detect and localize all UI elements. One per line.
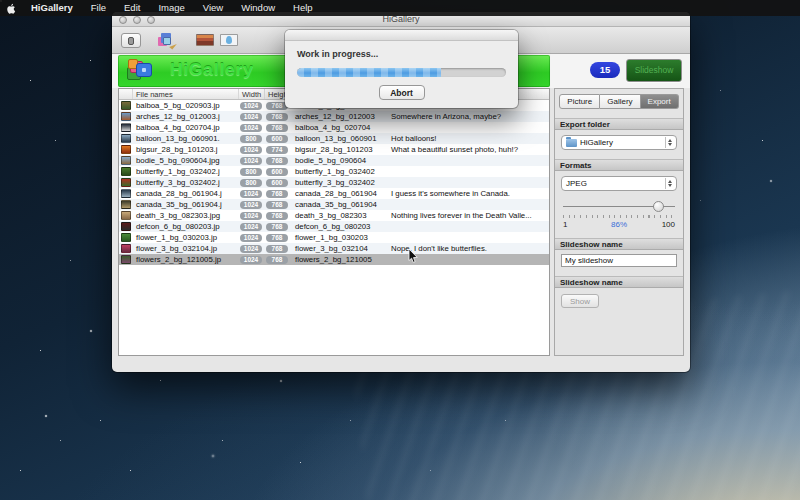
header-file-names[interactable]: File names — [133, 89, 239, 99]
row-height-badge: 600 — [266, 168, 288, 176]
table-row[interactable]: canada_28_bg_061904.j1024768canada_28_bg… — [119, 188, 549, 199]
row-base-name: flowers_2_bg_121005 — [292, 255, 387, 264]
header-width[interactable]: Width — [239, 89, 265, 99]
row-base-name: balboa_4_bg_020704 — [292, 123, 387, 132]
row-height-badge: 600 — [266, 135, 288, 143]
row-width-badge: 1024 — [240, 190, 262, 198]
row-comment: I guess it's somewhere in Canada. — [387, 189, 549, 198]
menu-help[interactable]: Help — [284, 0, 322, 16]
row-base-name: death_3_bg_082303 — [292, 211, 387, 220]
sunset-thumbnail-icon[interactable] — [196, 34, 214, 46]
export-folder-select[interactable]: HiGallery — [561, 135, 677, 150]
row-file-name: bigsur_28_bg_101203.j — [133, 145, 239, 154]
row-file-name: balloon_13_bg_060901. — [133, 134, 239, 143]
table-row[interactable]: defcon_6_bg_080203.jp1024768defcon_6_bg_… — [119, 221, 549, 232]
menu-items: HiGalleryFileEditImageViewWindowHelp — [22, 0, 322, 16]
dialog-titlebar[interactable] — [285, 30, 518, 41]
edit-gallery-icon[interactable] — [158, 33, 173, 47]
progress-dialog: Work in progress... Abort — [285, 30, 518, 108]
zoom-button[interactable] — [147, 16, 155, 24]
row-width-badge: 1024 — [240, 146, 262, 154]
row-height-badge: 768 — [266, 234, 288, 242]
row-height-badge: 768 — [266, 124, 288, 132]
menu-edit[interactable]: Edit — [115, 0, 149, 16]
row-base-name: bodie_5_bg_090604 — [292, 156, 387, 165]
stepper-icon — [665, 137, 674, 148]
header-thumbnail[interactable] — [119, 89, 133, 99]
app-name: HiGallery — [170, 60, 254, 80]
show-button[interactable]: Show — [561, 294, 599, 308]
drop-thumbnail-icon[interactable] — [220, 34, 238, 46]
quality-slider-thumb[interactable] — [653, 201, 664, 212]
panel-tabs: PictureGalleryExport — [555, 94, 683, 109]
row-width-badge: 800 — [240, 179, 262, 187]
slider-max-label: 100 — [638, 220, 675, 229]
row-width-badge: 1024 — [240, 124, 262, 132]
table-row[interactable]: canada_35_bg_061904.j1024768canada_35_bg… — [119, 199, 549, 210]
abort-button[interactable]: Abort — [379, 85, 425, 100]
menu-file[interactable]: File — [82, 0, 115, 16]
table-row[interactable]: flower_1_bg_030203.jp1024768flower_1_bg_… — [119, 232, 549, 243]
row-thumbnail — [121, 200, 131, 209]
table-row[interactable]: bigsur_28_bg_101203.j1024774bigsur_28_bg… — [119, 144, 549, 155]
row-comment: What a beautiful sunset photo, huh!? — [387, 145, 549, 154]
slideshow-name-input[interactable] — [561, 254, 677, 267]
tab-gallery[interactable]: Gallery — [600, 94, 640, 109]
table-row[interactable]: balboa_4_bg_020704.jp1024768balboa_4_bg_… — [119, 122, 549, 133]
close-button[interactable] — [119, 16, 127, 24]
row-thumbnail — [121, 189, 131, 198]
row-width-badge: 1024 — [240, 245, 262, 253]
table-row[interactable]: butterfly_3_bg_032402.j800600butterfly_3… — [119, 177, 549, 188]
row-height-badge: 774 — [266, 146, 288, 154]
row-thumbnail — [121, 244, 131, 253]
row-comment: Hot balloons! — [387, 134, 549, 143]
slideshow-name-header: Slideshow name — [555, 238, 683, 250]
table-row[interactable]: bodie_5_bg_090604.jpg1024768bodie_5_bg_0… — [119, 155, 549, 166]
row-file-name: canada_35_bg_061904.j — [133, 200, 239, 209]
row-width-badge: 1024 — [240, 201, 262, 209]
row-file-name: flowers_2_bg_121005.jp — [133, 255, 239, 264]
panel-icon — [128, 37, 134, 45]
table-row[interactable]: butterfly_1_bg_032402.j800600butterfly_1… — [119, 166, 549, 177]
row-comment: Somewhere in Arizona, maybe? — [387, 112, 549, 121]
slider-ticks — [563, 215, 675, 218]
row-thumbnail — [121, 222, 131, 231]
export-folder-value: HiGallery — [580, 138, 665, 147]
menu-bar: HiGalleryFileEditImageViewWindowHelp — [0, 0, 800, 16]
row-thumbnail — [121, 101, 131, 110]
row-base-name: canada_35_bg_061904 — [292, 200, 387, 209]
menu-image[interactable]: Image — [149, 0, 193, 16]
panel-toggle-button[interactable] — [121, 33, 141, 48]
row-base-name: butterfly_1_bg_032402 — [292, 167, 387, 176]
row-file-name: defcon_6_bg_080203.jp — [133, 222, 239, 231]
format-select[interactable]: JPEG — [561, 176, 677, 191]
row-width-badge: 800 — [240, 135, 262, 143]
format-value: JPEG — [566, 179, 665, 188]
row-thumbnail — [121, 134, 131, 143]
quality-slider[interactable] — [563, 201, 675, 213]
export-panel: PictureGalleryExport Export folder HiGal… — [554, 88, 684, 356]
menu-view[interactable]: View — [194, 0, 232, 16]
row-file-name: flower_1_bg_030203.jp — [133, 233, 239, 242]
apple-menu-icon[interactable] — [0, 2, 22, 15]
table-row[interactable]: balloon_13_bg_060901.800600balloon_13_bg… — [119, 133, 549, 144]
minimize-button[interactable] — [133, 16, 141, 24]
row-thumbnail — [121, 233, 131, 242]
row-base-name: arches_12_bg_012003 — [292, 112, 387, 121]
row-width-badge: 1024 — [240, 102, 262, 110]
row-height-badge: 768 — [266, 157, 288, 165]
row-height-badge: 768 — [266, 190, 288, 198]
table-row[interactable]: arches_12_bg_012003.j1024768arches_12_bg… — [119, 111, 549, 122]
menu-higallery[interactable]: HiGallery — [22, 0, 82, 16]
slideshow-button[interactable]: Slideshow — [626, 59, 682, 82]
table-row[interactable]: flowers_2_bg_121005.jp1024768flowers_2_b… — [119, 254, 549, 265]
table-row[interactable]: death_3_bg_082303.jpg1024768death_3_bg_0… — [119, 210, 549, 221]
quality-value-label: 86% — [600, 220, 637, 229]
menu-window[interactable]: Window — [232, 0, 284, 16]
table-body: balboa_5_bg_020903.jp1024768balboa_5_bg_… — [119, 100, 549, 265]
row-thumbnail — [121, 145, 131, 154]
tab-export[interactable]: Export — [641, 94, 679, 109]
table-row[interactable]: flower_3_bg_032104.jp1024768flower_3_bg_… — [119, 243, 549, 254]
row-file-name: balboa_5_bg_020903.jp — [133, 101, 239, 110]
tab-picture[interactable]: Picture — [559, 94, 600, 109]
